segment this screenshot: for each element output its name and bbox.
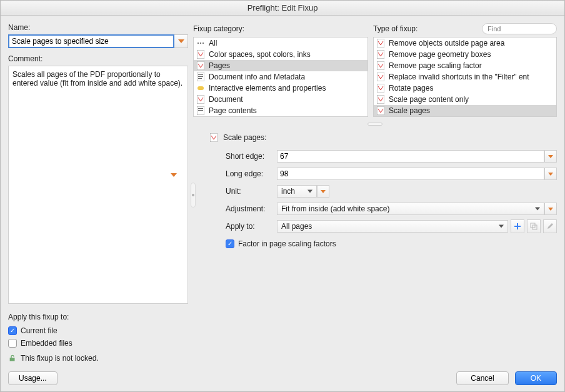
unit-arrow[interactable] bbox=[317, 185, 329, 198]
adjustment-arrow[interactable] bbox=[544, 203, 557, 215]
left-panel: Name: Comment: Scales all pages of the P… bbox=[8, 23, 188, 366]
svg-rect-18 bbox=[210, 133, 218, 142]
short-edge-label: Short edge: bbox=[226, 152, 277, 161]
comment-dropdown-arrow-icon[interactable] bbox=[171, 173, 177, 177]
interactive-icon bbox=[196, 84, 205, 93]
preflight-edit-fixup-window: Preflight: Edit Fixup Name: Comment: Sca… bbox=[0, 0, 565, 392]
cancel-button[interactable]: Cancel bbox=[456, 371, 508, 385]
pdf-icon bbox=[376, 95, 385, 104]
ok-button[interactable]: OK bbox=[515, 371, 557, 385]
pdf-icon bbox=[376, 61, 385, 70]
text-icon bbox=[196, 106, 205, 115]
unlock-icon bbox=[8, 354, 17, 363]
short-edge-arrow[interactable] bbox=[544, 150, 557, 163]
usage-button[interactable]: Usage... bbox=[8, 371, 58, 385]
duplicate-button[interactable] bbox=[527, 219, 541, 233]
list-item[interactable]: Scale page content only bbox=[374, 94, 556, 105]
fixup-type-list[interactable]: Remove objects outside page area Remove … bbox=[373, 37, 557, 117]
embedded-files-checkbox[interactable] bbox=[8, 339, 17, 348]
svg-rect-12 bbox=[377, 50, 384, 59]
list-item[interactable]: Replace invalid shortcuts in the "Filter… bbox=[374, 71, 556, 83]
name-label: Name: bbox=[8, 23, 188, 32]
list-item[interactable]: Remove objects outside page area bbox=[374, 38, 556, 49]
pdf-icon bbox=[196, 50, 205, 59]
svg-rect-15 bbox=[377, 84, 384, 93]
list-item[interactable]: Rotate pages bbox=[374, 83, 556, 94]
pdf-icon bbox=[376, 106, 385, 115]
fixup-category-panel: Fixup category: ⋯All Color spaces, spot … bbox=[193, 23, 368, 117]
svg-rect-1 bbox=[197, 61, 204, 70]
comment-textarea[interactable]: Scales all pages of the PDF proportional… bbox=[8, 66, 188, 304]
text-icon bbox=[196, 73, 205, 81]
svg-rect-16 bbox=[377, 95, 384, 104]
scale-pages-title: Scale pages: bbox=[223, 133, 266, 142]
current-file-label: Current file bbox=[21, 326, 58, 335]
adjustment-label: Adjustment: bbox=[226, 204, 277, 213]
lock-status-label: This fixup is not locked. bbox=[21, 354, 99, 363]
svg-rect-6 bbox=[198, 86, 204, 90]
pdf-icon bbox=[196, 95, 205, 104]
list-item[interactable]: Remove page scaling factor bbox=[374, 60, 556, 71]
pdf-icon bbox=[376, 39, 385, 48]
svg-rect-5 bbox=[198, 78, 202, 79]
fixup-type-label: Type of fixup: bbox=[373, 24, 418, 33]
current-file-checkbox[interactable] bbox=[8, 326, 17, 335]
name-dropdown-arrow[interactable] bbox=[174, 34, 188, 48]
long-edge-label: Long edge: bbox=[226, 169, 277, 178]
pdf-icon bbox=[196, 61, 205, 70]
svg-rect-0 bbox=[197, 50, 204, 59]
pdf-icon bbox=[376, 50, 385, 59]
apply-to-select[interactable]: All pages bbox=[277, 220, 508, 233]
edit-button[interactable] bbox=[543, 219, 557, 233]
svg-rect-11 bbox=[377, 39, 384, 48]
svg-rect-7 bbox=[197, 95, 204, 104]
factor-checkbox[interactable] bbox=[226, 239, 234, 248]
list-item[interactable]: Remove page geometry boxes bbox=[374, 49, 556, 60]
short-edge-input[interactable] bbox=[277, 150, 544, 163]
unit-label: Unit: bbox=[226, 187, 277, 196]
fixup-category-list[interactable]: ⋯All Color spaces, spot colors, inks Pag… bbox=[193, 37, 368, 117]
long-edge-arrow[interactable] bbox=[544, 168, 557, 180]
fixup-category-label: Fixup category: bbox=[193, 24, 244, 33]
pdf-icon bbox=[376, 84, 385, 93]
vertical-splitter[interactable] bbox=[190, 23, 196, 366]
add-button[interactable] bbox=[511, 219, 524, 233]
list-item[interactable]: ⋯All bbox=[194, 38, 368, 49]
all-icon: ⋯ bbox=[196, 39, 205, 48]
pdf-icon bbox=[209, 133, 218, 142]
scale-pages-form: Scale pages: Short edge: Long edge: Unit… bbox=[193, 132, 557, 254]
svg-rect-14 bbox=[377, 73, 384, 81]
list-item[interactable]: Document info and Metadata bbox=[194, 71, 368, 83]
svg-rect-10 bbox=[198, 110, 203, 111]
right-panel: Fixup category: ⋯All Color spaces, spot … bbox=[193, 23, 557, 366]
apply-fixup-label: Apply this fixup to: bbox=[8, 313, 188, 321]
adjustment-select[interactable]: Fit from inside (add white space) bbox=[277, 203, 544, 215]
embedded-files-label: Embedded files bbox=[21, 339, 72, 348]
fixup-type-panel: Type of fixup: Remove objects outside pa… bbox=[373, 23, 557, 117]
list-item[interactable]: Interactive elements and properties bbox=[194, 83, 368, 94]
svg-rect-17 bbox=[377, 106, 384, 115]
list-item[interactable]: Scale pages bbox=[374, 105, 556, 116]
factor-checkbox-label: Factor in page scaling factors bbox=[238, 239, 336, 248]
list-item[interactable]: Page contents bbox=[194, 105, 368, 116]
find-input[interactable] bbox=[482, 23, 557, 34]
svg-rect-3 bbox=[198, 74, 203, 75]
pdf-icon bbox=[376, 73, 385, 81]
apply-to-label: Apply to: bbox=[226, 222, 277, 231]
list-item[interactable]: Pages bbox=[194, 60, 368, 71]
comment-label: Comment: bbox=[8, 54, 188, 63]
svg-rect-13 bbox=[377, 61, 384, 70]
svg-rect-9 bbox=[198, 108, 203, 109]
long-edge-input[interactable] bbox=[277, 168, 544, 180]
svg-rect-4 bbox=[198, 76, 203, 77]
window-title: Preflight: Edit Fixup bbox=[1, 1, 564, 16]
list-item[interactable]: Color spaces, spot colors, inks bbox=[194, 49, 368, 60]
list-item[interactable]: Document bbox=[194, 94, 368, 105]
horizontal-splitter[interactable] bbox=[193, 121, 557, 127]
unit-select[interactable]: inch bbox=[277, 185, 317, 198]
name-input[interactable] bbox=[8, 34, 174, 48]
